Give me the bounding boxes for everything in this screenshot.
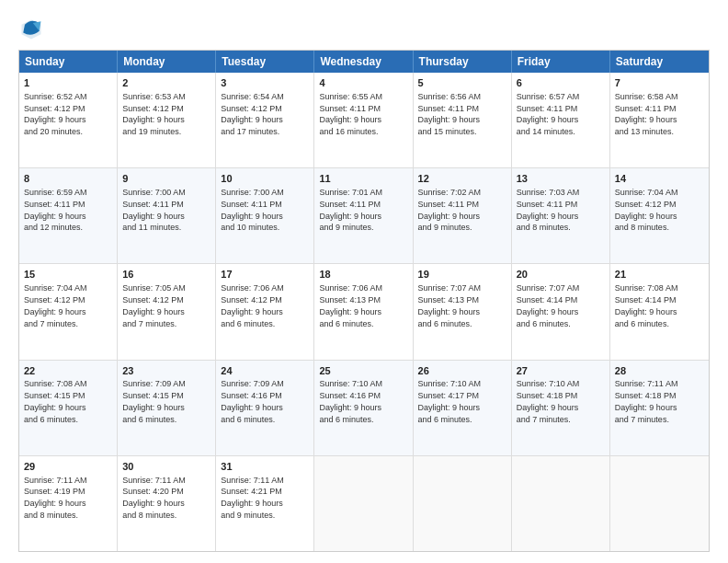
day-number: 14: [615, 172, 704, 186]
cell-info: Sunrise: 7:07 AM Sunset: 4:14 PM Dayligh…: [517, 283, 580, 327]
day-number: 2: [122, 76, 210, 90]
day-number: 20: [517, 268, 605, 282]
day-number: 25: [319, 364, 407, 378]
cell-info: Sunrise: 6:57 AM Sunset: 4:11 PM Dayligh…: [517, 92, 580, 136]
cell-info: Sunrise: 7:09 AM Sunset: 4:16 PM Dayligh…: [221, 379, 284, 423]
cell-info: Sunrise: 7:11 AM Sunset: 4:21 PM Dayligh…: [221, 476, 284, 520]
day-number: 27: [517, 364, 605, 378]
cell-info: Sunrise: 7:08 AM Sunset: 4:14 PM Dayligh…: [615, 283, 678, 327]
cell-info: Sunrise: 7:05 AM Sunset: 4:12 PM Dayligh…: [122, 283, 186, 327]
calendar-header-cell: Monday: [118, 51, 216, 73]
cell-info: Sunrise: 7:00 AM Sunset: 4:11 PM Dayligh…: [122, 188, 186, 232]
cell-info: Sunrise: 6:59 AM Sunset: 4:11 PM Dayligh…: [24, 188, 87, 232]
cell-info: Sunrise: 7:02 AM Sunset: 4:11 PM Dayligh…: [418, 188, 482, 232]
calendar-cell: 5Sunrise: 6:56 AM Sunset: 4:11 PM Daylig…: [414, 73, 512, 167]
calendar-row: 29Sunrise: 7:11 AM Sunset: 4:19 PM Dayli…: [19, 455, 709, 551]
calendar-cell: 29Sunrise: 7:11 AM Sunset: 4:19 PM Dayli…: [19, 456, 118, 551]
calendar-row: 22Sunrise: 7:08 AM Sunset: 4:15 PM Dayli…: [19, 360, 709, 455]
calendar-cell: 23Sunrise: 7:09 AM Sunset: 4:15 PM Dayli…: [118, 361, 216, 455]
calendar-body: 1Sunrise: 6:52 AM Sunset: 4:12 PM Daylig…: [19, 73, 709, 551]
page: SundayMondayTuesdayWednesdayThursdayFrid…: [0, 0, 728, 563]
cell-info: Sunrise: 6:54 AM Sunset: 4:12 PM Dayligh…: [221, 92, 284, 136]
calendar-header-cell: Wednesday: [314, 51, 413, 73]
day-number: 7: [615, 76, 704, 90]
calendar-cell: 28Sunrise: 7:11 AM Sunset: 4:18 PM Dayli…: [610, 361, 709, 455]
cell-info: Sunrise: 7:08 AM Sunset: 4:15 PM Dayligh…: [24, 379, 87, 423]
day-number: 6: [517, 76, 605, 90]
calendar-header-cell: Thursday: [414, 51, 512, 73]
cell-info: Sunrise: 7:01 AM Sunset: 4:11 PM Dayligh…: [319, 188, 382, 232]
cell-info: Sunrise: 7:06 AM Sunset: 4:12 PM Dayligh…: [221, 283, 284, 327]
calendar-cell: 21Sunrise: 7:08 AM Sunset: 4:14 PM Dayli…: [610, 264, 709, 359]
cell-info: Sunrise: 7:10 AM Sunset: 4:18 PM Dayligh…: [517, 379, 580, 423]
day-number: 22: [24, 364, 112, 378]
day-number: 4: [319, 76, 407, 90]
day-number: 10: [221, 172, 309, 186]
calendar-cell: 15Sunrise: 7:04 AM Sunset: 4:12 PM Dayli…: [19, 264, 118, 359]
logo-icon: [18, 17, 44, 42]
calendar-row: 8Sunrise: 6:59 AM Sunset: 4:11 PM Daylig…: [19, 167, 709, 263]
day-number: 19: [418, 268, 506, 282]
calendar-cell: 24Sunrise: 7:09 AM Sunset: 4:16 PM Dayli…: [216, 361, 314, 455]
calendar-header-cell: Saturday: [610, 51, 709, 73]
day-number: 1: [24, 76, 112, 90]
calendar-cell: [314, 456, 413, 551]
calendar-cell: 20Sunrise: 7:07 AM Sunset: 4:14 PM Dayli…: [512, 264, 610, 359]
cell-info: Sunrise: 6:56 AM Sunset: 4:11 PM Dayligh…: [418, 92, 482, 136]
calendar-cell: 11Sunrise: 7:01 AM Sunset: 4:11 PM Dayli…: [314, 168, 413, 263]
cell-info: Sunrise: 7:07 AM Sunset: 4:13 PM Dayligh…: [418, 283, 482, 327]
day-number: 15: [24, 268, 112, 282]
day-number: 11: [319, 172, 407, 186]
calendar-cell: 8Sunrise: 6:59 AM Sunset: 4:11 PM Daylig…: [19, 168, 118, 263]
day-number: 8: [24, 172, 112, 186]
calendar-cell: [414, 456, 512, 551]
day-number: 31: [221, 460, 309, 474]
cell-info: Sunrise: 6:55 AM Sunset: 4:11 PM Dayligh…: [319, 92, 382, 136]
cell-info: Sunrise: 6:53 AM Sunset: 4:12 PM Dayligh…: [122, 92, 186, 136]
day-number: 18: [319, 268, 407, 282]
calendar-cell: 4Sunrise: 6:55 AM Sunset: 4:11 PM Daylig…: [314, 73, 413, 167]
calendar-cell: 7Sunrise: 6:58 AM Sunset: 4:11 PM Daylig…: [610, 73, 709, 167]
calendar-row: 1Sunrise: 6:52 AM Sunset: 4:12 PM Daylig…: [19, 73, 709, 167]
calendar-cell: [512, 456, 610, 551]
calendar-cell: 9Sunrise: 7:00 AM Sunset: 4:11 PM Daylig…: [118, 168, 216, 263]
calendar-cell: 25Sunrise: 7:10 AM Sunset: 4:16 PM Dayli…: [314, 361, 413, 455]
cell-info: Sunrise: 7:00 AM Sunset: 4:11 PM Dayligh…: [221, 188, 284, 232]
calendar-cell: 27Sunrise: 7:10 AM Sunset: 4:18 PM Dayli…: [512, 361, 610, 455]
calendar-header-cell: Tuesday: [216, 51, 314, 73]
day-number: 29: [24, 460, 112, 474]
day-number: 21: [615, 268, 704, 282]
calendar-cell: 19Sunrise: 7:07 AM Sunset: 4:13 PM Dayli…: [414, 264, 512, 359]
day-number: 23: [122, 364, 210, 378]
cell-info: Sunrise: 6:58 AM Sunset: 4:11 PM Dayligh…: [615, 92, 678, 136]
calendar-cell: 22Sunrise: 7:08 AM Sunset: 4:15 PM Dayli…: [19, 361, 118, 455]
day-number: 3: [221, 76, 309, 90]
cell-info: Sunrise: 7:06 AM Sunset: 4:13 PM Dayligh…: [319, 283, 382, 327]
cell-info: Sunrise: 7:10 AM Sunset: 4:16 PM Dayligh…: [319, 379, 382, 423]
calendar-cell: 31Sunrise: 7:11 AM Sunset: 4:21 PM Dayli…: [216, 456, 314, 551]
cell-info: Sunrise: 7:11 AM Sunset: 4:18 PM Dayligh…: [615, 379, 678, 423]
day-number: 16: [122, 268, 210, 282]
calendar-cell: 14Sunrise: 7:04 AM Sunset: 4:12 PM Dayli…: [610, 168, 709, 263]
calendar-header-cell: Sunday: [19, 51, 118, 73]
calendar: SundayMondayTuesdayWednesdayThursdayFrid…: [18, 50, 710, 552]
calendar-cell: 13Sunrise: 7:03 AM Sunset: 4:11 PM Dayli…: [512, 168, 610, 263]
day-number: 9: [122, 172, 210, 186]
calendar-cell: 16Sunrise: 7:05 AM Sunset: 4:12 PM Dayli…: [118, 264, 216, 359]
cell-info: Sunrise: 7:11 AM Sunset: 4:20 PM Dayligh…: [122, 476, 186, 520]
day-number: 5: [418, 76, 506, 90]
cell-info: Sunrise: 7:11 AM Sunset: 4:19 PM Dayligh…: [24, 476, 87, 520]
day-number: 12: [418, 172, 506, 186]
header: [18, 17, 710, 42]
calendar-cell: 12Sunrise: 7:02 AM Sunset: 4:11 PM Dayli…: [414, 168, 512, 263]
calendar-header-cell: Friday: [512, 51, 610, 73]
calendar-cell: 3Sunrise: 6:54 AM Sunset: 4:12 PM Daylig…: [216, 73, 314, 167]
cell-info: Sunrise: 7:04 AM Sunset: 4:12 PM Dayligh…: [24, 283, 87, 327]
day-number: 13: [517, 172, 605, 186]
calendar-row: 15Sunrise: 7:04 AM Sunset: 4:12 PM Dayli…: [19, 263, 709, 359]
calendar-cell: 1Sunrise: 6:52 AM Sunset: 4:12 PM Daylig…: [19, 73, 118, 167]
calendar-cell: 6Sunrise: 6:57 AM Sunset: 4:11 PM Daylig…: [512, 73, 610, 167]
day-number: 28: [615, 364, 704, 378]
cell-info: Sunrise: 7:04 AM Sunset: 4:12 PM Dayligh…: [615, 188, 678, 232]
cell-info: Sunrise: 6:52 AM Sunset: 4:12 PM Dayligh…: [24, 92, 87, 136]
